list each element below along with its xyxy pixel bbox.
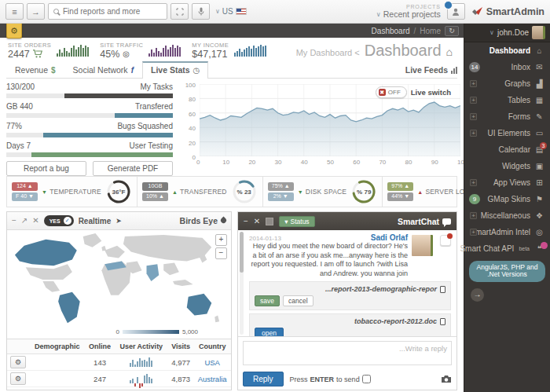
expand-icon[interactable]: ↗ (21, 217, 28, 225)
status-dropdown-button[interactable]: ▾ Status (279, 216, 314, 227)
page-title-text: Dashboard (365, 42, 442, 60)
expand-plus-icon[interactable]: + (470, 229, 477, 236)
user-name: john.Doe (497, 28, 529, 37)
collapse-icon[interactable]: − (12, 217, 16, 225)
map-zoom-out-button[interactable]: − (215, 247, 227, 259)
progress-label: My Tasks (141, 82, 174, 92)
miscellaneous-icon (534, 211, 544, 220)
disk-space-gauge: % 79 (350, 178, 377, 205)
sidebar-user[interactable]: ∨ john.Doe (464, 24, 550, 42)
recent-projects-dropdown[interactable]: PROJECTS ∨ Recent projects (376, 4, 441, 19)
col-demographic[interactable]: Demographic (29, 339, 86, 354)
chat-scrollbar-thumb[interactable] (240, 232, 244, 273)
row-settings-button[interactable]: ⚙ (10, 356, 26, 368)
sidebar-item-versions[interactable]: AngularJS, PHP and .Net Versions (469, 261, 545, 282)
camera-button[interactable] (441, 375, 452, 383)
sidebar-item-smart-chat-api[interactable]: Smart Chat API beta (464, 240, 550, 257)
language-selector[interactable]: ∨ US (215, 7, 247, 16)
inbox-icon (534, 63, 544, 71)
world-map[interactable]: + − 0 5,000 (7, 230, 231, 339)
expand-plus-icon[interactable]: + (470, 80, 477, 87)
stat-my-income: MY INCOME $47,171 (192, 42, 266, 60)
row-settings-button[interactable]: ⚙ (10, 372, 26, 385)
world-map-svg (7, 230, 231, 339)
col-online[interactable]: Online (85, 339, 114, 354)
stat-site-orders: SITE ORDERS 2447 (8, 42, 89, 60)
close-icon[interactable]: ✕ (32, 217, 38, 225)
tab-live-stats[interactable]: Live Stats ◷ (142, 61, 208, 79)
col-user-activity[interactable]: User Activity (115, 339, 168, 354)
minify-menu-arrow[interactable]: → (471, 288, 484, 302)
sidebar-item-forms[interactable]: + Forms (464, 108, 550, 125)
sidebar-item-smartadmin-intel[interactable]: + SmartAdmin Intel (464, 224, 550, 240)
country-link[interactable]: USA (204, 358, 220, 367)
sidebar-item-graphs[interactable]: + Graphs (464, 75, 550, 92)
sidebar-item-widgets[interactable]: Widgets (464, 158, 550, 174)
transfer-size-badge: 10GB (142, 182, 168, 191)
sidebar-item-dashboard[interactable]: Dashboard (464, 42, 550, 59)
tab-social-network[interactable]: Social Network f (64, 62, 142, 78)
chat-api-badge (541, 242, 548, 249)
breadcrumb-home[interactable]: Home (420, 27, 441, 35)
open-button[interactable]: open (255, 328, 284, 337)
search-icon (53, 9, 59, 14)
expand-plus-icon[interactable]: + (470, 113, 477, 120)
sidebar-item-calendar[interactable]: Calendar 3 (464, 141, 550, 158)
graphs-icon (534, 79, 544, 88)
message-text: Hey did you meet the new board of direct… (249, 242, 408, 278)
realtime-toggle[interactable]: YES ✓ (44, 215, 74, 226)
logout-button[interactable]: → (27, 3, 45, 20)
app-views-icon (534, 178, 544, 187)
tab-revenue[interactable]: Revenue $ (6, 62, 64, 78)
col-country[interactable]: Country (193, 339, 231, 354)
collapse-icon[interactable]: − (244, 218, 248, 225)
report-bug-button[interactable]: Report a bug (6, 161, 86, 176)
progress-bugs-squashed: 77% Bugs Squashed (6, 122, 173, 137)
chat-widget-header: − ✕ ▾ Status SmartChat (238, 212, 456, 230)
sidebar-item-tables[interactable]: + Tables (464, 92, 550, 108)
reply-input[interactable] (243, 341, 452, 365)
breadcrumb-dashboard[interactable]: Dashboard (372, 27, 410, 35)
disk-used-badge: 75% ▲ (268, 182, 294, 191)
sidebar-item-app-views[interactable]: + App Views (464, 174, 550, 191)
map-zoom-in-button[interactable]: + (215, 234, 227, 246)
close-icon[interactable]: ✕ (254, 218, 260, 225)
reply-button[interactable]: Reply (243, 372, 284, 387)
sidebar-item-miscellaneous[interactable]: + Miscellaneous (464, 207, 550, 224)
map-widget-header: − ↗ ✕ YES ✓ Realtime ➤ Birds Eye (7, 212, 231, 230)
file-icon (440, 318, 446, 325)
sidebar-item-gmap-skins[interactable]: 9 GMap Skins (464, 191, 550, 207)
live-switch-toggle[interactable]: ✖ OFF Live switch (376, 86, 451, 98)
table-row: ⚙ 143 4,977 USA (7, 354, 231, 371)
site-orders-sparkline (57, 45, 89, 57)
map-widget-title: Birds Eye (180, 216, 218, 225)
fullscreen-button[interactable] (170, 3, 189, 20)
search-box[interactable] (48, 3, 167, 20)
country-link[interactable]: Australia (198, 375, 227, 383)
chat-message-list: 2014-01-13 Sadi Orlaf Hey did you meet t… (238, 230, 456, 337)
save-button[interactable]: save (255, 295, 280, 306)
generate-pdf-button[interactable]: Generate PDF (93, 161, 173, 176)
sidebar-item-inbox[interactable]: 14 Inbox (464, 59, 550, 75)
drag-handle-icon[interactable] (266, 218, 273, 225)
expand-plus-icon[interactable]: + (470, 212, 477, 219)
visits-value: 4,977 (168, 354, 193, 371)
enter-to-send-checkbox[interactable] (362, 375, 371, 383)
user-quick-button[interactable] (447, 3, 465, 20)
temp-low-badge: F 40 ▼ (12, 192, 38, 201)
menu-toggle-button[interactable]: ≡ (6, 3, 24, 20)
expand-plus-icon[interactable]: + (470, 179, 477, 186)
search-input[interactable] (63, 7, 162, 16)
live-switch-label: Live switch (411, 88, 451, 97)
progress-value: Days 7 (6, 141, 31, 151)
live-feeds-label[interactable]: Live Feeds (405, 65, 457, 78)
sidebar-item-ui-elements[interactable]: + UI Elements (464, 125, 550, 141)
demo-settings-button[interactable]: ⚙ (6, 24, 22, 38)
message-author[interactable]: Sadi Orlaf (281, 233, 408, 242)
refresh-button[interactable]: ↻ (445, 26, 459, 36)
col-visits[interactable]: Visits (168, 339, 193, 354)
cancel-button[interactable]: cancel (283, 295, 314, 306)
expand-plus-icon[interactable]: + (470, 130, 477, 137)
expand-plus-icon[interactable]: + (470, 97, 477, 104)
voice-command-button[interactable] (192, 3, 210, 20)
